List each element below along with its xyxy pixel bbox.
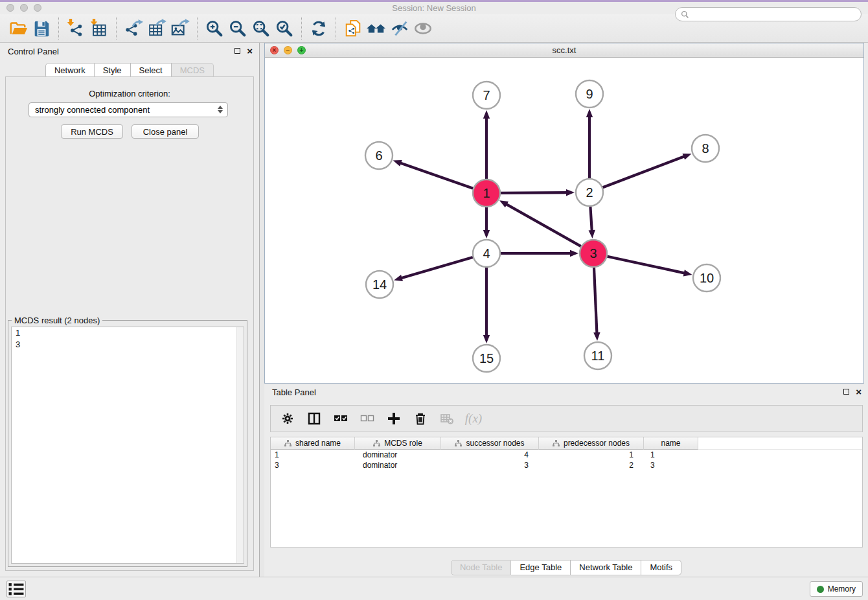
select-all-icon[interactable]	[333, 411, 348, 426]
open-session-icon[interactable]	[6, 17, 30, 40]
graph-node-label: 6	[375, 148, 382, 163]
zoom-in-icon[interactable]	[203, 17, 226, 40]
result-scrollbar[interactable]	[236, 327, 244, 563]
table-settings-icon[interactable]	[280, 411, 295, 426]
export-image-icon[interactable]	[168, 17, 192, 40]
column-header-predecessor-nodes[interactable]: predecessor nodes	[539, 437, 644, 450]
toolbar-separator	[197, 17, 198, 40]
graph-edge-3-10[interactable]	[608, 257, 687, 274]
tab-network-table[interactable]: Network Table	[571, 560, 641, 575]
zoom-selected-icon[interactable]	[273, 17, 296, 40]
table-cell[interactable]: 2	[539, 460, 644, 470]
criterion-dropdown[interactable]: strongly connected component	[29, 102, 228, 117]
toolbar-separator	[336, 17, 336, 40]
table-panel-close-icon[interactable]: ×	[856, 388, 862, 395]
table-cell[interactable]: dominator	[355, 450, 441, 460]
table-cell[interactable]: 1	[644, 450, 698, 460]
network-view-window: × − + scc.txt 7968124314101511	[264, 43, 864, 384]
table-cell[interactable]: 4	[441, 450, 539, 460]
dropdown-stepper-icon	[218, 106, 223, 113]
search-input[interactable]	[692, 10, 856, 19]
mcds-result-list[interactable]: 13	[11, 327, 244, 564]
column-header-shared-name[interactable]: shared name	[271, 437, 355, 450]
close-panel-button[interactable]: Close panel	[131, 124, 199, 139]
graph-edge-3-1[interactable]	[504, 203, 581, 246]
graph-edge-arrow	[683, 270, 692, 276]
graph-node-label: 9	[586, 87, 593, 101]
table-panel-float-icon[interactable]	[843, 389, 849, 395]
graph-edge-arrow	[483, 110, 490, 119]
graph-node-label: 4	[483, 246, 490, 260]
control-panel-float-icon[interactable]	[234, 48, 240, 54]
zoom-fit-icon[interactable]	[249, 17, 273, 40]
memory-status-dot	[817, 586, 824, 593]
criterion-dropdown-value: strongly connected component	[35, 105, 150, 115]
graph-edge-arrow	[566, 189, 575, 196]
delete-column-icon[interactable]	[413, 411, 428, 426]
hide-panels-icon[interactable]	[388, 17, 411, 40]
tab-motifs[interactable]: Motifs	[641, 560, 681, 575]
run-mcds-button[interactable]: Run MCDS	[61, 124, 123, 139]
control-panel-close-icon[interactable]: ×	[247, 47, 253, 54]
table-panel: Table Panel × f(x) shared nameMCDS roles…	[264, 384, 868, 577]
table-header-row: shared nameMCDS rolesuccessor nodesprede…	[271, 437, 862, 450]
refresh-view-icon[interactable]	[307, 17, 330, 40]
graph-edge-arrow	[683, 154, 692, 160]
graph-edge-1-2[interactable]	[501, 192, 569, 193]
zoom-out-icon[interactable]	[226, 17, 249, 40]
header-filler	[698, 437, 862, 450]
first-neighbors-icon[interactable]	[365, 17, 388, 40]
graph-edge-2-3[interactable]	[590, 207, 592, 233]
tab-node-table[interactable]: Node Table	[451, 560, 512, 575]
graph-edge-4-14[interactable]	[399, 257, 473, 279]
table-cell[interactable]: 3	[441, 460, 539, 470]
panel-splitter[interactable]	[260, 43, 264, 577]
control-panel-title: Control Panel	[8, 47, 59, 56]
import-network-icon[interactable]	[64, 17, 87, 40]
hierarchy-icon	[373, 440, 380, 447]
graph-edge-2-8[interactable]	[603, 156, 687, 187]
control-panel: Control Panel × NetworkStyleSelectMCDS O…	[0, 43, 260, 577]
show-graphics-details-icon[interactable]	[411, 17, 435, 40]
table-cell[interactable]: 3	[271, 460, 355, 470]
import-table-icon[interactable]	[87, 17, 111, 40]
search-box[interactable]	[675, 7, 862, 21]
memory-button[interactable]: Memory	[810, 581, 863, 597]
toolbar-separator	[301, 17, 302, 40]
table-cell[interactable]: 1	[271, 450, 355, 460]
toggle-column-icon[interactable]	[306, 411, 322, 426]
graph-edge-arrow	[393, 160, 402, 167]
task-history-button[interactable]	[6, 581, 26, 597]
graph-node-label: 8	[702, 141, 709, 156]
save-session-icon[interactable]	[30, 17, 53, 40]
mcds-result-title: MCDS result (2 nodes)	[12, 316, 102, 325]
table-cell[interactable]: dominator	[355, 460, 441, 470]
column-header-label: predecessor nodes	[564, 439, 630, 448]
table-toolbar: f(x)	[270, 405, 863, 432]
column-header-MCDS-role[interactable]: MCDS role	[355, 437, 441, 450]
graph-edge-arrow	[570, 250, 578, 257]
mcds-panel: Optimization criterion: strongly connect…	[5, 76, 254, 571]
graph-edge-arrow	[593, 332, 600, 341]
delete-table-icon	[439, 411, 455, 426]
graph-edge-3-11[interactable]	[594, 268, 597, 336]
table-cell[interactable]: 1	[539, 450, 644, 460]
network-window-titlebar[interactable]: × − + scc.txt	[265, 43, 863, 58]
deselect-all-icon[interactable]	[360, 411, 375, 426]
hierarchy-icon	[455, 440, 462, 447]
graph-edge-arrow	[589, 230, 595, 238]
table-cell[interactable]: 3	[644, 460, 698, 470]
export-table-icon[interactable]	[145, 17, 168, 40]
export-network-icon[interactable]	[122, 17, 145, 40]
graph-edge-1-6[interactable]	[398, 162, 473, 189]
clone-network-icon[interactable]	[341, 17, 365, 40]
column-header-successor-nodes[interactable]: successor nodes	[441, 437, 539, 450]
column-header-name[interactable]: name	[644, 437, 698, 450]
optimization-criterion-label: Optimization criterion:	[6, 89, 253, 98]
network-canvas[interactable]: 7968124314101511	[265, 58, 863, 383]
table-row[interactable]: 1dominator411	[271, 450, 862, 460]
tab-edge-table[interactable]: Edge Table	[511, 560, 571, 575]
add-column-icon[interactable]	[386, 411, 402, 426]
mcds-result-item: 1	[12, 327, 244, 339]
table-row[interactable]: 3dominator323	[271, 460, 862, 470]
